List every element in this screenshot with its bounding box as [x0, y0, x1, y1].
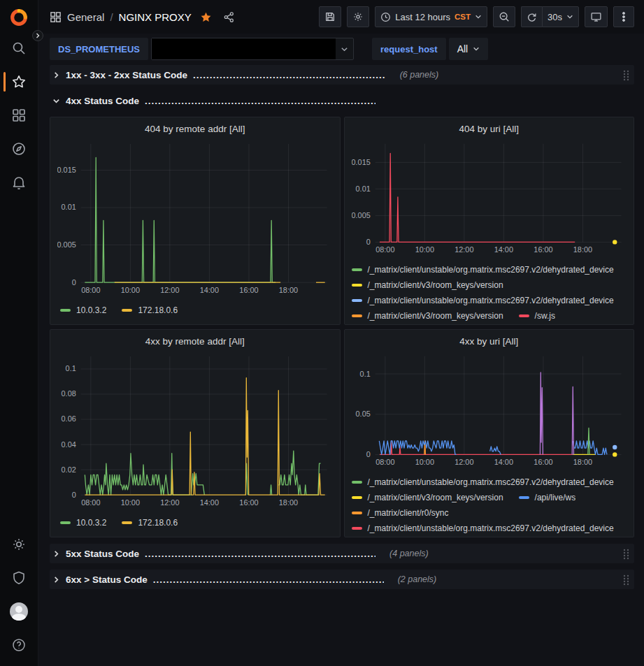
time-range-label: Last 12 hours — [395, 12, 450, 22]
sidebar-item-help[interactable] — [0, 628, 38, 662]
variable-request-host-dropdown[interactable]: All — [449, 38, 489, 60]
favorite-star-icon[interactable] — [200, 11, 212, 23]
svg-text:0.01: 0.01 — [62, 203, 76, 212]
legend-item[interactable]: /_matrix/client/unstable/org.matrix.msc2… — [352, 477, 614, 487]
refresh-button[interactable] — [521, 6, 542, 27]
svg-text:18:00: 18:00 — [279, 498, 298, 507]
zoom-out-button[interactable] — [493, 6, 515, 27]
legend-row: /_matrix/client/r0/sync — [352, 505, 627, 521]
legend-item[interactable]: /_matrix/client/v3/room_keys/version — [352, 311, 503, 321]
chevron-down-icon — [475, 13, 482, 20]
caret — [336, 45, 353, 53]
variable-value-dropdown[interactable] — [151, 38, 354, 60]
sidebar-expand-button[interactable] — [32, 30, 43, 41]
panel-4xx-by-remote-addr: 4xx by remote addr [All] 00.020.040.060.… — [50, 329, 341, 537]
refresh-interval-dropdown[interactable]: 30s — [542, 6, 579, 27]
kebab-menu-icon — [619, 11, 629, 22]
row-header-1xx-3xx-2xx[interactable]: 1xx - 3xx - 2xx Status Code ............… — [50, 65, 634, 85]
breadcrumb-dashboard-title[interactable]: NGINX PROXY — [119, 11, 192, 23]
svg-text:14:00: 14:00 — [494, 245, 513, 254]
svg-text:16:00: 16:00 — [534, 458, 552, 466]
svg-text:12:00: 12:00 — [455, 458, 473, 466]
clock-icon — [380, 12, 391, 22]
legend-swatch-icon — [519, 496, 529, 499]
row-panel-count: (2 panels) — [398, 574, 437, 584]
legend-label: 172.18.0.6 — [138, 305, 178, 315]
dashboards-grid-icon — [11, 108, 27, 123]
legend-swatch-icon — [352, 268, 362, 271]
sidebar-item-alerting[interactable] — [0, 166, 38, 199]
legend-item[interactable]: 172.18.0.6 — [122, 518, 178, 528]
legend-item[interactable]: 10.0.3.2 — [60, 305, 106, 315]
cycle-view-mode-button[interactable] — [585, 6, 608, 27]
bell-icon — [11, 175, 27, 190]
legend-swatch-icon — [352, 496, 362, 499]
shield-icon — [11, 570, 27, 586]
row-drag-handle[interactable] — [622, 69, 630, 81]
svg-text:08:00: 08:00 — [81, 498, 100, 507]
legend-item[interactable]: 10.0.3.2 — [60, 518, 106, 528]
share-icon[interactable] — [223, 11, 235, 23]
row-header-6xx[interactable]: 6xx > Status Code ......................… — [50, 570, 634, 589]
legend-row: /_matrix/client/unstable/org.matrix.msc2… — [352, 521, 627, 536]
redacted-variable-value — [152, 38, 336, 59]
legend-item[interactable]: /_matrix/client/v3/room_keys/version — [352, 280, 503, 290]
timezone-label: CST — [455, 13, 471, 21]
legend-item[interactable]: /sw.js — [519, 311, 555, 321]
sidebar-item-dashboards[interactable] — [0, 99, 38, 132]
row-drag-handle[interactable] — [622, 548, 630, 560]
panel-legend: 10.0.3.2172.18.0.6 — [57, 515, 333, 530]
panel-404-by-uri: 404 by uri [All] 00.0050.010.01508:0010:… — [344, 117, 635, 325]
time-series-chart[interactable]: 00.0050.010.01508:0010:0012:0014:0016:00… — [352, 138, 627, 258]
row-title: 5xx Status Code — [66, 549, 139, 559]
row-header-4xx[interactable]: 4xx Status Code ........................… — [50, 91, 634, 110]
row-drag-handle[interactable] — [622, 574, 630, 586]
svg-text:0.1: 0.1 — [359, 370, 370, 378]
sidebar-item-explore[interactable] — [0, 132, 38, 166]
svg-text:08:00: 08:00 — [375, 458, 394, 466]
legend-item[interactable]: /_matrix/client/unstable/org.matrix.msc2… — [352, 296, 614, 305]
legend-item[interactable]: /api/live/ws — [519, 493, 576, 502]
svg-text:0.015: 0.015 — [57, 166, 76, 174]
dashboard-settings-button[interactable] — [347, 6, 369, 27]
legend-label: /_matrix/client/unstable/org.matrix.msc2… — [368, 477, 614, 487]
save-dashboard-button[interactable] — [319, 6, 341, 27]
breadcrumb-separator: / — [110, 11, 113, 23]
sidebar-item-starred[interactable] — [0, 65, 38, 99]
time-series-chart[interactable]: 00.050.108:0010:0012:0014:0016:0018:00 — [352, 350, 627, 470]
avatar — [10, 602, 28, 621]
time-series-chart[interactable]: 00.0050.010.01508:0010:0012:0014:0016:00… — [57, 138, 333, 298]
legend-item[interactable]: /_matrix/client/v3/room_keys/version — [352, 493, 503, 502]
svg-text:10:00: 10:00 — [121, 498, 140, 507]
panel-title[interactable]: 4xx by uri [All] — [352, 335, 627, 350]
panel-title[interactable]: 404 by uri [All] — [352, 122, 627, 138]
variable-label-request-host: request_host — [372, 38, 446, 60]
sidebar-item-profile[interactable] — [0, 595, 38, 628]
legend-item[interactable]: /_matrix/client/unstable/org.matrix.msc2… — [352, 265, 614, 275]
time-series-chart[interactable]: 00.020.040.060.080.108:0010:0012:0014:00… — [57, 350, 333, 511]
svg-text:0.01: 0.01 — [355, 184, 370, 193]
panel-4xx-by-uri: 4xx by uri [All] 00.050.108:0010:0012:00… — [344, 329, 635, 537]
legend-item[interactable]: 172.18.0.6 — [122, 305, 178, 315]
sidebar-item-server-admin[interactable] — [0, 561, 38, 595]
svg-text:0.02: 0.02 — [62, 465, 76, 474]
more-options-button[interactable] — [613, 6, 634, 27]
panel-title[interactable]: 404 by remote addr [All] — [57, 122, 333, 138]
panel-title[interactable]: 4xx by remote addr [All] — [57, 335, 333, 350]
sidebar-item-configuration[interactable] — [0, 528, 38, 561]
legend-swatch-icon — [122, 521, 132, 524]
chevron-right-icon — [52, 576, 60, 584]
svg-text:0.04: 0.04 — [62, 440, 76, 449]
search-icon — [11, 41, 27, 56]
time-range-picker[interactable]: Last 12 hours CST — [375, 6, 487, 27]
zoom-out-icon — [499, 11, 510, 22]
legend-item[interactable]: /_matrix/client/r0/sync — [352, 508, 449, 518]
legend-label: 10.0.3.2 — [76, 305, 106, 315]
row-title-leader: ........................................… — [145, 549, 375, 559]
breadcrumb-section[interactable]: General — [67, 11, 104, 23]
svg-text:14:00: 14:00 — [200, 498, 219, 507]
row-panel-count: (6 panels) — [400, 70, 439, 80]
legend-item[interactable]: /_matrix/client/unstable/org.matrix.msc2… — [352, 523, 614, 533]
grafana-logo[interactable] — [9, 8, 29, 27]
row-header-5xx[interactable]: 5xx Status Code ........................… — [50, 544, 634, 563]
